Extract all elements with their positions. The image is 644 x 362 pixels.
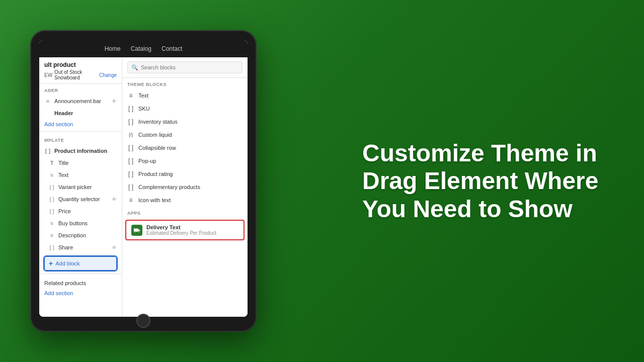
promo-headline: Customize Theme in Drag Element Where Yo… (362, 139, 614, 223)
tablet-screen: Home Catalog Contact ult product EW Out … (39, 40, 248, 317)
apps-label: APPS (122, 207, 248, 218)
block-icon-text-label: Icon with text (138, 197, 171, 203)
panel-header: ult product EW Out of Stock Snowboard Ch… (39, 57, 122, 84)
slash-block-icon: {/} (127, 131, 134, 138)
nav-home[interactable]: Home (105, 45, 121, 52)
block-popup-label: Pop-up (138, 158, 156, 164)
nav-share[interactable]: [ ] Share 👁 (39, 241, 122, 253)
announcement-bar-label: Announcement bar (54, 98, 101, 104)
block-inventory-label: Inventory status (138, 119, 178, 125)
block-product-rating[interactable]: [ ] Product rating (122, 167, 248, 180)
bracket-icon-5: [ ] (48, 244, 55, 251)
tablet-topbar: Home Catalog Contact (39, 40, 248, 57)
nav-title[interactable]: T Title (39, 157, 122, 169)
blocks-panel: 🔍 THEME BLOCKS ≡ Text [ ] SKU [ ] Invent… (122, 57, 248, 317)
T-icon: T (48, 159, 55, 166)
tablet-home-button[interactable] (136, 314, 150, 328)
block-sku-label: SKU (138, 106, 150, 112)
description-label: Description (58, 232, 86, 238)
block-rating-label: Product rating (138, 171, 173, 177)
delivery-text-block: Delivery Text Estimated Delivery Per Pro… (146, 224, 216, 236)
theme-blocks-label: THEME BLOCKS (122, 78, 248, 89)
eye-icon-3: 👁 (112, 245, 117, 250)
lines-block-icon-2: ≡ (127, 197, 134, 204)
divider-1 (39, 131, 122, 132)
lines-block-icon: ≡ (127, 92, 134, 99)
price-label: Price (58, 208, 71, 214)
lines-icon-5: ≡ (48, 232, 55, 239)
preview-label: EW (44, 72, 52, 78)
title-label: Title (58, 160, 68, 166)
block-sku[interactable]: [ ] SKU (122, 102, 248, 115)
lines-icon-2 (44, 110, 51, 117)
block-collapsible-label: Collapsible row (138, 145, 176, 151)
bracket-icon-4: [ ] (48, 208, 55, 215)
add-section-link-1[interactable]: Add section (39, 119, 122, 129)
bracket-block-icon-4: [ ] (127, 157, 134, 164)
lines-icon-3: ≡ (48, 171, 55, 178)
search-input[interactable] (127, 61, 243, 73)
delivery-icon (133, 227, 140, 234)
section-label-header: ADER (39, 84, 122, 95)
add-section-link-2[interactable]: Add section (39, 288, 122, 298)
section-label-template: MPLATE (39, 134, 122, 145)
preview-value: Out of Stock Snowboard (54, 69, 97, 80)
nav-catalog[interactable]: Catalog (131, 45, 151, 52)
search-icon: 🔍 (131, 64, 138, 71)
nav-description[interactable]: ≡ Description (39, 229, 122, 241)
block-custom-liquid-label: Custom liquid (138, 132, 172, 138)
block-icon-text[interactable]: ≡ Icon with text (122, 194, 248, 207)
delivery-subtitle: Estimated Delivery Per Product (146, 230, 216, 236)
svg-rect-0 (134, 228, 138, 231)
nav-qty-selector[interactable]: [ ] Quantity selector 👁 (39, 193, 122, 205)
bracket-block-icon-6: [ ] (127, 184, 134, 191)
buy-buttons-label: Buy buttons (58, 220, 88, 226)
block-collapsible-row[interactable]: [ ] Collapsible row (122, 141, 248, 154)
add-block-label: Add block (55, 260, 79, 266)
delivery-block-item[interactable]: Delivery Text Estimated Delivery Per Pro… (125, 220, 245, 240)
text-label: Text (58, 172, 68, 178)
nav-variant-picker[interactable]: [ ] Variant picker (39, 181, 122, 193)
block-complementary[interactable]: [ ] Complementary products (122, 180, 248, 194)
add-block-button[interactable]: + Add block (44, 256, 117, 270)
eye-icon: 👁 (112, 99, 117, 104)
bracket-block-icon-5: [ ] (127, 170, 134, 177)
lines-icon-4: ≡ (48, 220, 55, 227)
delivery-icon-wrap (131, 225, 142, 236)
block-popup[interactable]: [ ] Pop-up (122, 154, 248, 167)
change-link[interactable]: Change (99, 72, 117, 78)
delivery-title: Delivery Text (146, 224, 216, 230)
related-products-label: Related products (44, 280, 117, 286)
nav-text[interactable]: ≡ Text (39, 169, 122, 181)
promo-section: Customize Theme in Drag Element Where Yo… (332, 139, 614, 223)
nav-contact[interactable]: Contact (162, 45, 182, 52)
block-text-label: Text (138, 93, 148, 99)
plus-icon: + (49, 259, 53, 267)
nav-price[interactable]: [ ] Price (39, 205, 122, 217)
panel-title: ult product (44, 61, 117, 68)
bracket-icon-2: [ ] (48, 184, 55, 191)
tablet-content: ult product EW Out of Stock Snowboard Ch… (39, 57, 248, 317)
svg-point-1 (134, 231, 135, 232)
share-label: Share (58, 244, 73, 250)
nav-product-info[interactable]: [ ] Product information (39, 145, 122, 157)
nav-header[interactable]: Header (39, 107, 122, 119)
bracket-block-icon-3: [ ] (127, 144, 134, 151)
block-custom-liquid[interactable]: {/} Custom liquid (122, 128, 248, 141)
eye-icon-2: 👁 (112, 197, 117, 202)
block-inventory[interactable]: [ ] Inventory status (122, 115, 248, 128)
variant-picker-label: Variant picker (58, 184, 92, 190)
nav-buy-buttons[interactable]: ≡ Buy buttons (39, 217, 122, 229)
bracket-icon-3: [ ] (48, 196, 55, 203)
bracket-block-icon-2: [ ] (127, 118, 134, 125)
bracket-icon: [ ] (44, 147, 51, 154)
lines-icon: ≡ (44, 98, 51, 105)
related-section: Related products (39, 276, 122, 288)
left-panel: ult product EW Out of Stock Snowboard Ch… (39, 57, 122, 317)
nav-announcement-bar[interactable]: ≡ Announcement bar 👁 (39, 95, 122, 107)
bracket-block-icon-1: [ ] (127, 105, 134, 112)
block-text[interactable]: ≡ Text (122, 89, 248, 102)
panel-subtitle: EW Out of Stock Snowboard Change (44, 69, 117, 80)
qty-label: Quantity selector (58, 196, 100, 202)
tablet-device: Home Catalog Contact ult product EW Out … (30, 30, 257, 332)
